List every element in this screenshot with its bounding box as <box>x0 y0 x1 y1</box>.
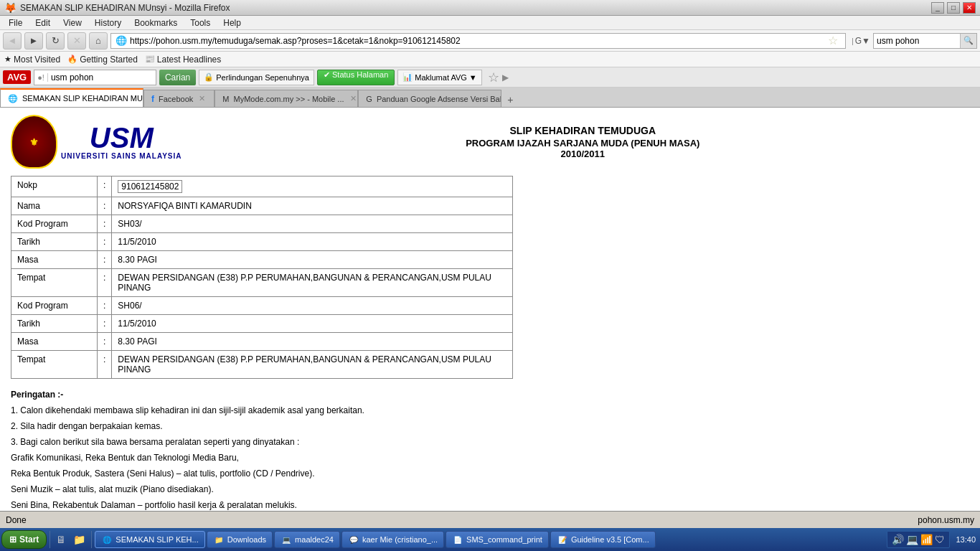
notes-section: Peringatan :- 1. Calon dikehendaki memba… <box>11 390 513 527</box>
table-cell-label-masa1: Masa <box>11 251 98 269</box>
table-cell-value-tarikh2: 11/5/2010 <box>112 315 513 333</box>
search-input[interactable] <box>874 36 960 46</box>
taskbar-btn-maaldec-icon: 💻 <box>281 534 292 545</box>
table-cell-colon-masa2: : <box>98 333 112 351</box>
usm-name: UNIVERSITI SAINS MALAYSIA <box>61 152 182 160</box>
tab-facebook[interactable]: f Facebook ✕ <box>143 90 215 107</box>
table-cell-label-kod1: Kod Program <box>11 215 98 233</box>
close-button[interactable]: ✕ <box>963 2 976 14</box>
info-table: Nokp : 910612145802 Nama : NORSYAFIQA BI… <box>11 176 513 379</box>
bookmark-star[interactable]: ☆ <box>825 34 841 47</box>
taskbar-btn-maaldec[interactable]: 💻 maaldec24 <box>274 531 340 548</box>
table-cell-colon-kod2: : <box>98 297 112 315</box>
table-cell-label-kod2: Kod Program <box>11 297 98 315</box>
avg-search-combo[interactable]: ●! <box>34 70 156 85</box>
tab-semakan[interactable]: 🌐 SEMAKAN SLIP KEHADIRAN MUn... ✕ <box>0 88 143 107</box>
menu-bar: File Edit View History Bookmarks Tools H… <box>0 16 980 30</box>
usm-header: ⚜ USM UNIVERSITI SAINS MALAYSIA SLIP KEH… <box>11 115 969 169</box>
tab-semakan-icon: 🌐 <box>8 94 18 103</box>
table-cell-colon-nama: : <box>98 197 112 215</box>
bookmark-latest-headlines[interactable]: 📰 Latest Headlines <box>145 55 221 65</box>
table-cell-colon-kod1: : <box>98 215 112 233</box>
home-button[interactable]: ⌂ <box>89 32 108 50</box>
table-cell-value-tarikh1: 11/5/2010 <box>112 233 513 251</box>
menu-history[interactable]: History <box>89 17 127 29</box>
bookmarks-bar: ★ Most Visited 🔥 Getting Started 📰 Lates… <box>0 52 980 67</box>
stop-button[interactable]: ✕ <box>67 32 86 50</box>
avg-protect-button[interactable]: 🔒 Perlindungan Sepenuhnya <box>199 70 314 85</box>
status-domain: pohon.usm.my <box>918 515 974 525</box>
taskbar-btn-sms[interactable]: 📄 SMS_command_print <box>446 531 549 548</box>
minimize-button[interactable]: _ <box>931 2 944 14</box>
getting-started-label: Getting Started <box>80 55 138 65</box>
getting-started-icon: 🔥 <box>67 55 77 64</box>
back-button[interactable]: ◄ <box>3 32 22 50</box>
status-label: Status Halaman <box>332 70 388 79</box>
address-bar[interactable]: 🌐 ☆ <box>110 33 846 49</box>
taskbar-btn-kaer-icon: 💬 <box>348 534 359 545</box>
notes-item-3d: Seni Bina, Rekabentuk Dalaman – portfoli… <box>11 499 513 512</box>
taskbar-icon-2[interactable]: 📁 <box>70 534 88 545</box>
menu-edit[interactable]: Edit <box>29 17 56 29</box>
start-icon: ⊞ <box>9 534 17 545</box>
show-desktop-icon[interactable]: 🖥 <box>53 534 69 545</box>
menu-file[interactable]: File <box>3 17 28 29</box>
info-icon: 📊 <box>402 72 413 82</box>
notes-item-3b: Reka Bentuk Produk, Sastera (Seni Halus)… <box>11 467 513 480</box>
avg-extra-icon[interactable]: ☆ <box>488 70 499 85</box>
search-bar[interactable]: 🔍 <box>873 33 977 49</box>
avg-search-input[interactable] <box>48 72 156 83</box>
taskbar-btn-downloads-icon: 📁 <box>213 534 225 545</box>
table-row: Tarikh : 11/5/2010 <box>11 233 513 251</box>
table-cell-value-masa2: 8.30 PAGI <box>112 333 513 351</box>
taskbar-btn-guideline-label: Guideline v3.5 [Com... <box>571 535 649 544</box>
avg-status-button[interactable]: ✔ Status Halaman <box>317 70 395 85</box>
taskbar-btn-sms-label: SMS_command_print <box>466 535 542 544</box>
table-cell-label-nama: Nama <box>11 197 98 215</box>
maximize-button[interactable]: □ <box>947 2 960 14</box>
slip-title3: 2010/2011 <box>197 149 969 159</box>
table-row: Tarikh : 11/5/2010 <box>11 315 513 333</box>
table-row: Nama : NORSYAFIQA BINTI KAMARUDIN <box>11 197 513 215</box>
tab-mymode[interactable]: M MyMode.com.my >> - Mobile ... ✕ <box>215 90 358 107</box>
avg-search-button[interactable]: Carian <box>159 70 196 85</box>
taskbar-divider-2 <box>91 531 92 548</box>
new-tab-button[interactable]: + <box>503 93 517 107</box>
latest-headlines-label: Latest Headlines <box>157 55 221 65</box>
menu-tools[interactable]: Tools <box>184 17 216 29</box>
notes-title: Peringatan :- <box>11 390 513 400</box>
search-go-button[interactable]: 🔍 <box>960 34 976 48</box>
tray-icon-2: 💻 <box>906 534 918 545</box>
taskbar-btn-kaer[interactable]: 💬 kaer Mie (cristiano_... <box>341 531 444 548</box>
address-input[interactable] <box>130 36 825 46</box>
notes-item-3: 3. Bagi calon berikut sila bawa bersama … <box>11 435 513 448</box>
reload-button[interactable]: ↻ <box>46 32 65 50</box>
title-bar-controls: _ □ ✕ <box>931 2 976 14</box>
tab-facebook-close[interactable]: ✕ <box>197 94 207 103</box>
tab-google-adsense[interactable]: G Panduan Google Adsense Versi Bah... ✕ <box>358 90 501 107</box>
bookmark-most-visited[interactable]: ★ Most Visited <box>4 55 60 65</box>
content-area[interactable]: ⚜ USM UNIVERSITI SAINS MALAYSIA SLIP KEH… <box>0 108 980 534</box>
avg-info-button[interactable]: 📊 Maklumat AVG ▼ <box>397 70 481 85</box>
start-button[interactable]: ⊞ Start <box>1 530 47 549</box>
tab-mymode-close[interactable]: ✕ <box>349 94 358 103</box>
taskbar-btn-downloads[interactable]: 📁 Downloads <box>207 531 273 548</box>
menu-view[interactable]: View <box>57 17 88 29</box>
tab-google-adsense-icon: G <box>366 95 372 103</box>
forward-button[interactable]: ► <box>24 32 43 50</box>
menu-help[interactable]: Help <box>217 17 247 29</box>
avg-arrow-icon[interactable]: ▶ <box>502 72 509 83</box>
taskbar-btn-guideline[interactable]: 📝 Guideline v3.5 [Com... <box>550 531 656 548</box>
avg-combo-icon: ●! <box>34 73 48 82</box>
taskbar-btn-downloads-label: Downloads <box>227 535 266 544</box>
engine-selector[interactable]: G▼ <box>855 36 870 46</box>
menu-bookmarks[interactable]: Bookmarks <box>128 17 183 29</box>
latest-headlines-icon: 📰 <box>145 55 155 64</box>
taskbar-btn-semakan[interactable]: 🌐 SEMAKAN SLIP KEH... <box>95 531 204 548</box>
tab-semakan-label: SEMAKAN SLIP KEHADIRAN MUn... <box>22 94 143 103</box>
slip-title2: PROGRAM IJAZAH SARJANA MUDA (PENUH MASA) <box>197 138 969 149</box>
table-row: Tempat : DEWAN PERSIDANGAN (E38) P.P PER… <box>11 269 513 297</box>
bookmark-getting-started[interactable]: 🔥 Getting Started <box>67 55 138 65</box>
table-cell-colon-tempat2: : <box>98 351 112 379</box>
table-cell-label-masa2: Masa <box>11 333 98 351</box>
